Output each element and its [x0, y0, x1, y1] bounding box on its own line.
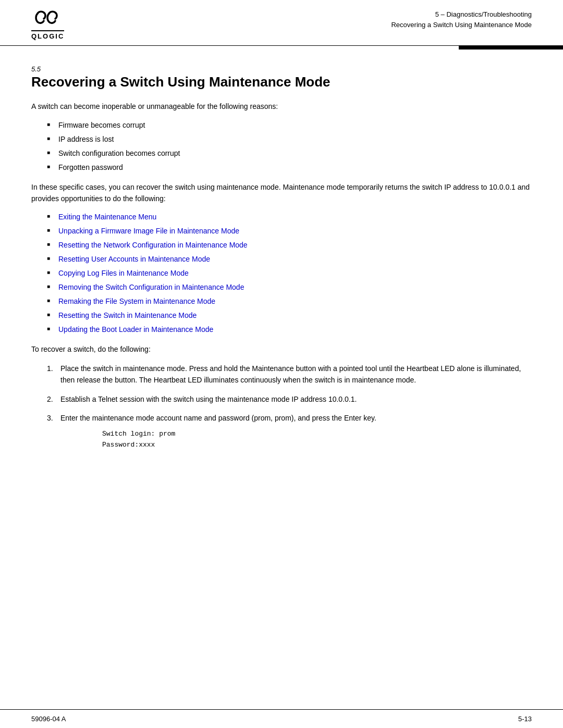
header-chapter: 5 – Diagnostics/Troubleshooting [391, 9, 532, 20]
code-block: Switch login: prom Password:xxxx [102, 429, 532, 451]
list-item-resetting-accounts[interactable]: Resetting User Accounts in Maintenance M… [47, 254, 532, 265]
step-2: Establish a Telnet session with the swit… [47, 393, 532, 405]
header-section: Recovering a Switch Using Maintenance Mo… [391, 20, 532, 30]
link-resetting-network[interactable]: Resetting the Network Configuration in M… [58, 241, 248, 249]
link-removing-config[interactable]: Removing the Switch Configuration in Mai… [58, 283, 244, 291]
steps-list: Place the switch in maintenance mode. Pr… [47, 363, 532, 451]
link-updating-boot[interactable]: Updating the Boot Loader in Maintenance … [58, 325, 213, 334]
step-1: Place the switch in maintenance mode. Pr… [47, 363, 532, 386]
link-exiting[interactable]: Exiting the Maintenance Menu [58, 213, 156, 221]
divider-right [459, 45, 563, 50]
logo-container: QLOGIC [31, 9, 64, 40]
link-unpacking[interactable]: Unpacking a Firmware Image File in Maint… [58, 227, 239, 235]
links-list: Exiting the Maintenance Menu Unpacking a… [47, 212, 532, 335]
qlogic-logo-icon [33, 9, 62, 29]
code-line-1: Switch login: prom [102, 429, 532, 440]
list-item-removing-config[interactable]: Removing the Switch Configuration in Mai… [47, 282, 532, 293]
link-resetting-accounts[interactable]: Resetting User Accounts in Maintenance M… [58, 255, 210, 263]
list-item-exiting[interactable]: Exiting the Maintenance Menu [47, 212, 532, 223]
list-item-unpacking[interactable]: Unpacking a Firmware Image File in Maint… [47, 226, 532, 237]
recovery-paragraph: In these specific cases, you can recover… [31, 181, 532, 205]
list-item: Firmware becomes corrupt [47, 120, 532, 131]
list-item: IP address is lost [47, 134, 532, 145]
link-remaking[interactable]: Remaking the File System in Maintenance … [58, 297, 215, 305]
list-item: Forgotten password [47, 162, 532, 173]
list-item-updating-boot[interactable]: Updating the Boot Loader in Maintenance … [47, 324, 532, 335]
page-footer: 59096-04 A 5-13 [0, 709, 563, 728]
footer-doc-number: 59096-04 A [31, 715, 66, 723]
intro-paragraph: A switch can become inoperable or unmana… [31, 101, 532, 112]
recover-intro: To recover a switch, do the following: [31, 343, 532, 355]
code-line-2: Password:xxxx [102, 440, 532, 451]
link-resetting-switch[interactable]: Resetting the Switch in Maintenance Mode [58, 311, 197, 319]
step-3: Enter the maintenance mode account name … [47, 412, 532, 451]
link-copying-log[interactable]: Copying Log Files in Maintenance Mode [58, 269, 189, 277]
list-item-resetting-switch[interactable]: Resetting the Switch in Maintenance Mode [47, 310, 532, 321]
logo-text: QLOGIC [31, 30, 64, 40]
footer-page-number: 5-13 [518, 715, 532, 723]
reasons-list: Firmware becomes corrupt IP address is l… [47, 120, 532, 173]
header-divider [0, 45, 563, 50]
header-text: 5 – Diagnostics/Troubleshooting Recoveri… [391, 9, 532, 30]
list-item-resetting-network[interactable]: Resetting the Network Configuration in M… [47, 240, 532, 251]
main-content: 5.5 Recovering a Switch Using Maintenanc… [0, 50, 563, 709]
page-container: QLOGIC 5 – Diagnostics/Troubleshooting R… [0, 0, 563, 728]
section-title: Recovering a Switch Using Maintenance Mo… [31, 74, 532, 90]
page-header: QLOGIC 5 – Diagnostics/Troubleshooting R… [0, 0, 563, 40]
section-number: 5.5 [31, 65, 532, 73]
list-item: Switch configuration becomes corrupt [47, 148, 532, 159]
divider-left [0, 45, 459, 46]
list-item-copying-log[interactable]: Copying Log Files in Maintenance Mode [47, 268, 532, 279]
list-item-remaking[interactable]: Remaking the File System in Maintenance … [47, 296, 532, 307]
